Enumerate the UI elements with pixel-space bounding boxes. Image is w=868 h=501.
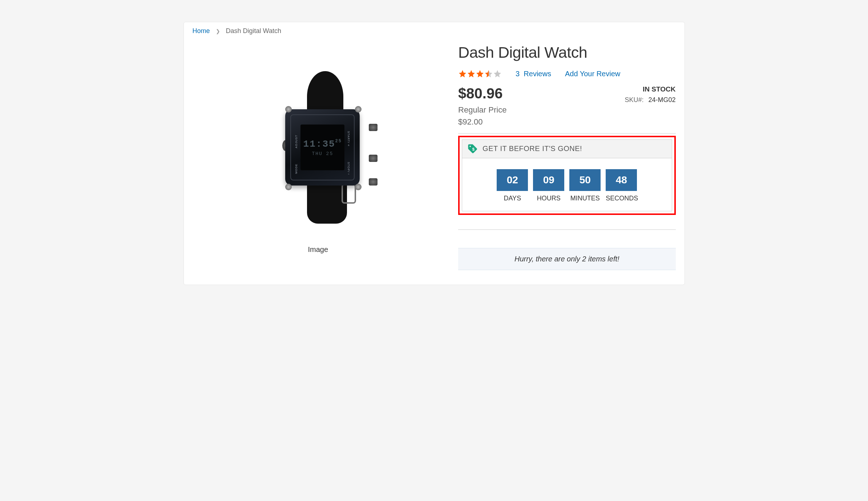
countdown-label: MINUTES — [569, 195, 601, 202]
divider — [458, 229, 675, 230]
breadcrumb-current: Dash Digital Watch — [226, 27, 281, 35]
countdown-label: DAYS — [497, 195, 528, 202]
star-icon — [493, 69, 502, 78]
countdown-label: SECONDS — [606, 195, 637, 202]
star-icon — [458, 69, 467, 78]
stock-status: IN STOCK — [625, 85, 675, 93]
countdown-callout: $ GET IT BEFORE IT'S GONE! 02DAYS09HOURS… — [458, 136, 675, 215]
product-title: Dash Digital Watch — [458, 44, 675, 61]
regular-price-label: Regular Price — [458, 105, 506, 116]
countdown-timer: 02DAYS09HOURS50MINUTES48SECONDS — [462, 158, 671, 211]
countdown-value: 02 — [497, 169, 528, 191]
reviews-link[interactable]: 3 Reviews — [516, 70, 551, 78]
review-summary: 3 Reviews Add Your Review — [458, 69, 675, 78]
stock-urgency-message: Hurry, there are only 2 items left! — [458, 248, 675, 270]
stock-info: IN STOCK SKU#: 24-MG02 — [625, 85, 675, 104]
price-block: $80.96 Regular Price $92.00 IN STOCK SKU… — [458, 85, 675, 131]
product-gallery: 11:3525 THU 25 ADJUST MODE START/± STOP/… — [193, 42, 444, 270]
svg-text:$: $ — [472, 147, 475, 151]
image-caption: Image — [308, 245, 328, 254]
sku-label: SKU#: — [625, 96, 643, 103]
product-image[interactable]: 11:3525 THU 25 ADJUST MODE START/± STOP/… — [242, 53, 394, 242]
sku: SKU#: 24-MG02 — [625, 96, 675, 104]
star-icon — [476, 69, 484, 78]
special-price: $80.96 — [458, 85, 506, 102]
sku-value: 24-MG02 — [648, 96, 675, 103]
price-tag-icon: $ — [467, 143, 478, 154]
countdown-label: HOURS — [533, 195, 564, 202]
countdown-unit: 48SECONDS — [606, 169, 637, 202]
countdown-header: $ GET IT BEFORE IT'S GONE! — [462, 140, 671, 158]
star-icon — [467, 69, 476, 78]
countdown-unit: 09HOURS — [533, 169, 564, 202]
regular-price: $92.00 — [458, 117, 506, 127]
countdown-value: 50 — [569, 169, 601, 191]
star-icon — [484, 69, 493, 78]
countdown-box: $ GET IT BEFORE IT'S GONE! 02DAYS09HOURS… — [462, 139, 672, 211]
countdown-unit: 50MINUTES — [569, 169, 601, 202]
countdown-unit: 02DAYS — [497, 169, 528, 202]
product-page: Home ❯ Dash Digital Watch 11:3525 THU 25 — [183, 22, 685, 285]
countdown-value: 09 — [533, 169, 564, 191]
divider — [458, 133, 675, 134]
watch-illustration: 11:3525 THU 25 ADJUST MODE START/± STOP/… — [263, 71, 372, 224]
countdown-value: 48 — [606, 169, 637, 191]
rating-stars — [458, 69, 502, 78]
breadcrumb-home[interactable]: Home — [193, 27, 210, 35]
add-review-link[interactable]: Add Your Review — [565, 70, 620, 78]
product-info: Dash Digital Watch 3 Reviews Add Your Re… — [458, 42, 675, 270]
chevron-right-icon: ❯ — [216, 28, 220, 34]
countdown-title: GET IT BEFORE IT'S GONE! — [483, 144, 582, 153]
breadcrumb: Home ❯ Dash Digital Watch — [193, 27, 676, 35]
